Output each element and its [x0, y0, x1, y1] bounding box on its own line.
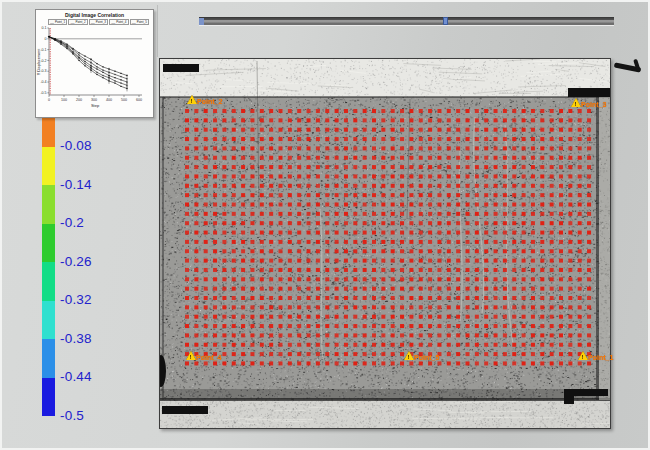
- marker-label: Point_5: [414, 354, 439, 361]
- marker-label: Point_2: [197, 98, 222, 105]
- svg-text:-0.4: -0.4: [40, 80, 46, 84]
- svg-text:-0.1: -0.1: [40, 48, 46, 52]
- app-window: Digital Image Correlation —Point_1—Point…: [0, 0, 650, 450]
- svg-text:500: 500: [121, 98, 127, 102]
- colorbar-label: -0.5: [60, 408, 84, 423]
- marker-label: Point_3: [581, 101, 606, 108]
- marker-label: Point_1: [588, 354, 613, 361]
- svg-text:-0.3: -0.3: [40, 69, 46, 73]
- warning-triangle-icon: !: [187, 95, 197, 104]
- colorbar-label: -0.08: [60, 138, 92, 153]
- svg-text:Step: Step: [91, 103, 100, 108]
- svg-text:-0.2: -0.2: [40, 59, 46, 63]
- colorbar-label: -0.2: [60, 215, 84, 230]
- specimen-view[interactable]: !Point_2!Point_3!Point_4!Point_5!Point_1: [159, 58, 609, 427]
- svg-text:0.1: 0.1: [42, 26, 47, 30]
- step-slider[interactable]: [199, 17, 614, 26]
- warning-triangle-icon: !: [571, 98, 581, 107]
- chart-title: Digital Image Correlation: [36, 12, 153, 18]
- svg-text:400: 400: [106, 98, 112, 102]
- colorbar: [42, 108, 55, 416]
- colorbar-segment: [42, 301, 55, 340]
- svg-text:200: 200: [76, 98, 82, 102]
- colorbar-label: -0.44: [60, 369, 92, 384]
- slider-left-cap: [199, 18, 204, 25]
- colorbar-segment: [42, 339, 55, 378]
- colorbar-segment: [42, 262, 55, 301]
- svg-text:600: 600: [136, 98, 142, 102]
- correlation-chart-panel: Digital Image Correlation —Point_1—Point…: [35, 9, 154, 118]
- colorbar-label: -0.26: [60, 254, 92, 269]
- svg-text:-0.5: -0.5: [40, 91, 46, 95]
- panel-divider: [157, 5, 158, 57]
- svg-text:0: 0: [45, 37, 47, 41]
- colorbar-labels: -0.08-0.14-0.2-0.26-0.32-0.38-0.44-0.5: [60, 108, 120, 416]
- svg-text:300: 300: [91, 98, 97, 102]
- speckle-image-canvas[interactable]: [159, 58, 611, 429]
- warning-triangle-icon: !: [186, 351, 196, 360]
- marker-label: Point_4: [196, 354, 221, 361]
- svg-text:Y Displacement: Y Displacement: [37, 48, 41, 75]
- warning-triangle-icon: !: [578, 351, 588, 360]
- colorbar-label: -0.38: [60, 331, 92, 346]
- colorbar-segment: [42, 147, 55, 186]
- colorbar-segment: [42, 224, 55, 263]
- svg-text:0: 0: [48, 98, 50, 102]
- colorbar-segment: [42, 185, 55, 224]
- colorbar-label: -0.14: [60, 177, 92, 192]
- correlation-plot: 01002003004005006000.10-0.1-0.2-0.3-0.4-…: [36, 25, 146, 111]
- colorbar-segment: [42, 378, 55, 417]
- slider-thumb[interactable]: [443, 17, 448, 25]
- warning-triangle-icon: !: [404, 351, 414, 360]
- colorbar-label: -0.32: [60, 292, 92, 307]
- svg-text:100: 100: [61, 98, 67, 102]
